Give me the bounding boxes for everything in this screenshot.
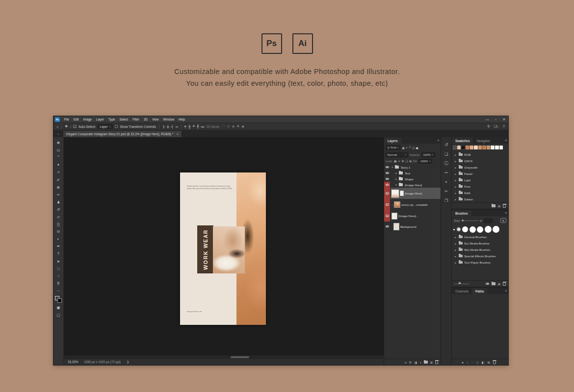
- eye-icon[interactable]: [386, 203, 389, 206]
- gradient-tool[interactable]: ▒: [53, 220, 63, 228]
- size-slider[interactable]: [462, 220, 478, 221]
- swatch[interactable]: [457, 146, 461, 149]
- tab-channels[interactable]: Channels: [452, 288, 472, 294]
- share-icon[interactable]: ⇪: [502, 124, 505, 128]
- swatch[interactable]: [461, 146, 465, 149]
- threed-pan-icon[interactable]: ◈: [232, 124, 235, 128]
- brush-preset-hard-round[interactable]: [477, 226, 483, 233]
- delete-path-icon[interactable]: [493, 361, 496, 364]
- twirl-closed-icon[interactable]: ▸: [454, 198, 457, 201]
- healing-brush-tool[interactable]: ⊕: [53, 184, 63, 191]
- align-center-icon[interactable]: ╪: [167, 125, 169, 128]
- panel-menu-icon[interactable]: ≡: [505, 211, 507, 215]
- make-work-path-icon[interactable]: ◇: [476, 361, 479, 364]
- rectangle-tool[interactable]: □: [53, 265, 63, 272]
- layer-name[interactable]: Text: [405, 172, 410, 175]
- visibility-cell[interactable]: [384, 188, 391, 199]
- visibility-cell[interactable]: [384, 164, 391, 170]
- pen-tool[interactable]: ✒: [53, 243, 63, 250]
- swatch[interactable]: [499, 146, 503, 149]
- swatch[interactable]: [495, 146, 499, 149]
- lock-pixels-icon[interactable]: ✑: [398, 159, 400, 163]
- layer-name[interactable]: [Image Here]...: [398, 214, 418, 218]
- add-mask-icon[interactable]: ◨: [414, 361, 417, 364]
- restore-button[interactable]: ▫: [492, 118, 500, 122]
- menu-window[interactable]: Window: [161, 118, 176, 121]
- history-brush-tool[interactable]: ↺: [53, 206, 63, 213]
- brush-preset-dot[interactable]: [453, 229, 455, 230]
- filter-shape-icon[interactable]: ❏: [412, 146, 415, 149]
- menu-3d[interactable]: 3D: [141, 118, 150, 121]
- twirl-closed-icon[interactable]: ▸: [394, 177, 398, 180]
- delete-brush-icon[interactable]: [503, 282, 506, 286]
- delete-layer-icon[interactable]: [435, 361, 438, 364]
- menu-file[interactable]: File: [62, 118, 71, 121]
- layer-row-shape-group[interactable]: ▸ Shape: [384, 176, 441, 182]
- brush-preset-hard-round[interactable]: [493, 226, 499, 233]
- brush-folder-wet-media[interactable]: ▸Wet Media Brushes: [452, 246, 508, 253]
- swatch-folder-pastel[interactable]: ▸Pastel: [452, 171, 508, 177]
- link-layers-icon[interactable]: ∞: [405, 361, 407, 364]
- menu-help[interactable]: Help: [176, 118, 187, 121]
- swatch-folder-pure[interactable]: ▸Pure: [452, 183, 508, 190]
- eye-icon[interactable]: [386, 166, 389, 169]
- twirl-closed-icon[interactable]: ▸: [454, 160, 457, 163]
- layer-mask-thumbnail[interactable]: [400, 191, 404, 196]
- menu-view[interactable]: View: [150, 118, 161, 121]
- eye-icon[interactable]: [386, 172, 389, 174]
- blend-mode-dropdown[interactable]: Normal∨: [386, 152, 408, 157]
- horizontal-scrollbar[interactable]: [64, 355, 384, 358]
- double-chevron-icon[interactable]: «: [53, 132, 63, 135]
- marquee-tool[interactable]: ▭: [53, 147, 63, 154]
- layer-name[interactable]: [Image Here]: [405, 192, 422, 195]
- scissors-icon[interactable]: ✂: [441, 187, 451, 196]
- visibility-cell[interactable]: [384, 176, 391, 182]
- align-left-icon[interactable]: ╞: [162, 125, 165, 128]
- swatch[interactable]: [491, 146, 495, 149]
- eye-icon[interactable]: [386, 184, 389, 186]
- twirl-closed-icon[interactable]: ▸: [454, 166, 457, 169]
- visibility-cell[interactable]: [384, 182, 391, 188]
- libraries-icon[interactable]: ❐: [441, 196, 451, 205]
- fill-path-icon[interactable]: ●: [462, 361, 464, 364]
- distribute-bottom-icon[interactable]: ┷: [193, 124, 195, 128]
- background-color-swatch[interactable]: [57, 298, 62, 303]
- twirl-closed-icon[interactable]: ▸: [454, 179, 457, 182]
- reset-icon[interactable]: ↺: [480, 219, 482, 222]
- canvas-area[interactable]: Find the perfect casual dress trends to …: [64, 137, 384, 355]
- blur-tool[interactable]: ʘ: [53, 228, 63, 235]
- visibility-cell[interactable]: [384, 221, 391, 231]
- tab-swatches[interactable]: Swatches: [452, 138, 473, 144]
- threed-camera-icon[interactable]: ◉: [241, 124, 244, 128]
- snapshot-icon[interactable]: ❏: [441, 149, 451, 159]
- twirl-open-icon[interactable]: ▾: [391, 166, 394, 169]
- close-button[interactable]: ✕: [500, 118, 508, 122]
- layer-name[interactable]: Shape: [405, 177, 414, 181]
- brush-folder-dry-media[interactable]: ▸Dry Media Brushes: [452, 240, 508, 246]
- menu-type[interactable]: Type: [106, 118, 117, 121]
- twirl-closed-icon[interactable]: ▸: [454, 242, 457, 245]
- menu-edit[interactable]: Edit: [71, 118, 81, 121]
- eyedropper-tool[interactable]: ✐: [53, 176, 63, 183]
- zoom-level[interactable]: 33,33%: [68, 360, 78, 364]
- panel-menu-icon[interactable]: ≡: [505, 289, 507, 293]
- home-icon[interactable]: ⌂: [56, 125, 58, 128]
- layer-name[interactable]: Story 1: [401, 166, 410, 169]
- distribute-horizontal-icon[interactable]: ╂: [197, 124, 199, 128]
- brush-folder-torn-paper[interactable]: ▸Torn Paper Brushes: [452, 259, 508, 266]
- layer-row-background[interactable]: Background: [384, 221, 441, 231]
- brush-preset-hard-round[interactable]: [485, 226, 492, 233]
- brush-tool[interactable]: ✑: [53, 191, 63, 198]
- lock-transparency-icon[interactable]: ▦: [394, 159, 397, 163]
- filter-toggle-icon[interactable]: ◉: [416, 146, 418, 149]
- eye-icon[interactable]: [386, 178, 389, 180]
- new-group-icon[interactable]: [424, 361, 428, 364]
- menu-layer[interactable]: Layer: [94, 118, 106, 121]
- magic-wand-tool[interactable]: ✦: [53, 161, 63, 169]
- clone-source-icon[interactable]: ⌖: [441, 177, 451, 187]
- screen-mode-button[interactable]: ▢: [53, 311, 63, 318]
- twirl-closed-icon[interactable]: ▸: [454, 255, 457, 258]
- edit-toolbar-icon[interactable]: ⋯: [53, 287, 63, 294]
- threed-orbit-icon[interactable]: ◠: [222, 124, 225, 128]
- twirl-closed-icon[interactable]: ▸: [394, 172, 398, 174]
